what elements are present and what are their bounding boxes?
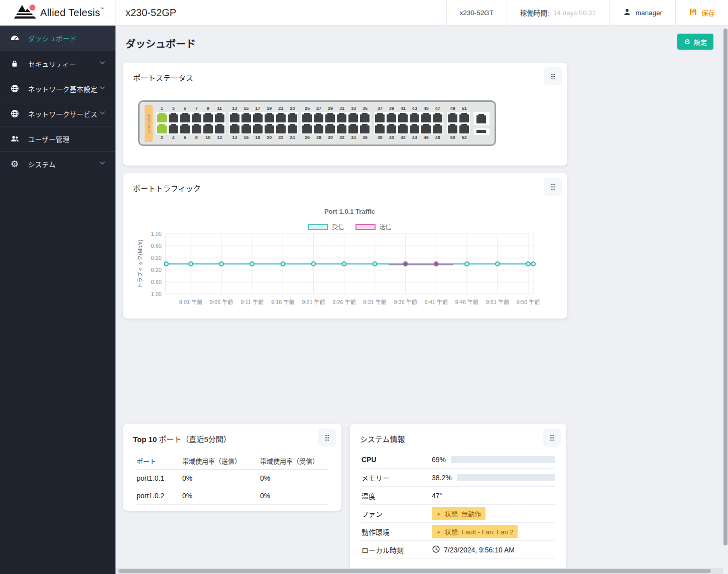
drag-handle-icon[interactable]: [318, 428, 336, 447]
port-35-status: [360, 114, 370, 122]
horizontal-scrollbar[interactable]: [115, 568, 723, 574]
system-metric-value: 47°: [432, 492, 555, 500]
users-icon: [8, 134, 21, 144]
drag-handle-icon[interactable]: [544, 67, 562, 85]
chevron-down-icon: [98, 109, 106, 119]
port-number: 28: [314, 135, 323, 140]
port-number: 1: [157, 106, 167, 111]
system-metric-value: 7/23/2024, 9:56:10 AM: [432, 545, 555, 555]
port-4-status: [169, 125, 178, 133]
port-group: 49515052: [447, 106, 470, 140]
uplink-port: [473, 112, 490, 125]
sidebar-item-gear[interactable]: ⚙システム: [0, 151, 115, 176]
port-number: 38: [375, 135, 385, 140]
port-2-status: [157, 125, 167, 133]
port-number: 3: [169, 106, 178, 111]
svg-text:9:11 午前: 9:11 午前: [240, 299, 264, 305]
system-metric-value: ▲状態: 無動作: [432, 507, 555, 520]
uplink-module: [473, 112, 490, 135]
svg-text:9:26 午前: 9:26 午前: [332, 299, 355, 305]
device-title: x230-52GP: [115, 0, 446, 25]
user-menu[interactable]: manager: [609, 0, 675, 25]
main-content: ダッシュボード ⚙ 設定 ポートステータス x230-52GP 13579112…: [115, 26, 728, 574]
port-number: 45: [421, 106, 431, 111]
port-traffic-card: ポートトラフィック Port 1.0.1 Traffic 受信送信 1.000.…: [123, 173, 567, 319]
port-13-status: [230, 114, 239, 122]
svg-text:0.60: 0.60: [151, 279, 162, 285]
port-21-status: [276, 114, 286, 122]
port-number: 40: [387, 135, 396, 140]
drag-handle-icon[interactable]: [543, 428, 561, 447]
system-info-card: システム情報 CPU69%メモリー38.2%温度47°ファン▲状態: 無動作動作…: [350, 424, 566, 574]
port-number: 42: [398, 135, 408, 140]
port-number: 25: [302, 106, 312, 111]
port-44-status: [410, 125, 419, 133]
port-11-status: [215, 114, 224, 122]
port-number: 51: [459, 106, 469, 111]
settings-button[interactable]: ⚙ 設定: [677, 34, 713, 50]
local-time: 7/23/2024, 9:56:10 AM: [444, 546, 515, 554]
sidebar-item-users[interactable]: ユーザー管理: [0, 126, 115, 151]
sidebar-item-label: ユーザー管理: [28, 134, 106, 144]
gauge-icon: [8, 34, 21, 43]
port-20-status: [265, 125, 274, 133]
port-51-status: [459, 114, 469, 122]
sidebar-item-globe[interactable]: ネットワークサービス: [0, 101, 115, 126]
svg-text:9:01 午前: 9:01 午前: [179, 299, 202, 305]
system-info-title: システム情報: [360, 434, 405, 444]
port-37-status: [375, 114, 385, 122]
port-16-status: [241, 125, 251, 133]
gear-icon: ⚙: [8, 160, 21, 169]
port-number: 12: [215, 135, 224, 140]
port-name: port1.0.1: [137, 474, 182, 482]
save-button[interactable]: 保存: [675, 0, 728, 25]
port-26-status: [302, 125, 312, 133]
vertical-scrollbar[interactable]: [723, 26, 728, 574]
port-number: 17: [253, 106, 263, 111]
column-header: ポート: [137, 456, 182, 466]
port-48-status: [433, 125, 442, 133]
system-metric-label: ファン: [361, 509, 432, 519]
port-group: 373941434547384042444648: [374, 106, 443, 140]
port-7-status: [192, 114, 201, 122]
port-27-status: [314, 114, 323, 122]
system-metric-label: 動作環境: [361, 527, 432, 537]
sidebar-item-globe[interactable]: ネットワーク基本設定: [0, 76, 115, 101]
system-info-row: ローカル時刻7/23/2024, 9:56:10 AM: [361, 541, 555, 559]
sidebar-item-gauge[interactable]: ダッシュボード: [0, 26, 115, 51]
vertical-scrollbar-thumb[interactable]: [723, 29, 727, 545]
save-label: 保存: [701, 8, 715, 18]
port-number: 16: [241, 135, 251, 140]
port-29-status: [325, 114, 335, 122]
port-group: 135791124681012: [156, 106, 225, 140]
port-5-status: [180, 114, 190, 122]
port-19-status: [265, 114, 274, 122]
port-39-status: [387, 114, 396, 122]
port-number: 15: [241, 106, 251, 111]
drag-handle-icon[interactable]: [544, 178, 562, 196]
horizontal-scrollbar-thumb[interactable]: [118, 569, 711, 573]
app-header: Allied Telesis™ x230-52GP x230-52GT 稼働時間…: [0, 0, 728, 26]
clock-icon: [432, 545, 440, 555]
system-info-row: 動作環境▲状態: Fault - Fan: Fan 2: [361, 523, 555, 541]
svg-text:1.00: 1.00: [151, 291, 162, 297]
port-number: 49: [448, 106, 457, 111]
port-number: 4: [169, 135, 178, 140]
svg-text:9:56 午前: 9:56 午前: [517, 299, 540, 305]
port-number: 29: [325, 106, 335, 111]
port-number: 26: [302, 135, 312, 140]
sidebar-item-lock[interactable]: セキュリティー: [0, 51, 115, 76]
table-row: port1.0.20%0%: [137, 487, 329, 505]
port-number: 50: [448, 135, 457, 140]
gear-icon: ⚙: [684, 38, 690, 45]
port-number: 44: [410, 135, 419, 140]
port-number: 8: [192, 135, 201, 140]
uplink-slot-bar: [476, 130, 486, 133]
svg-text:0.60: 0.60: [151, 243, 162, 249]
svg-text:トラフィック(Mb/s): トラフィック(Mb/s): [137, 240, 143, 289]
status-badge: ▲状態: 無動作: [432, 507, 486, 520]
status-badge: ▲状態: Fault - Fan: Fan 2: [432, 525, 518, 538]
save-icon: [689, 8, 697, 18]
bandwidth-value: 0%: [182, 492, 260, 500]
port-14-status: [230, 125, 239, 133]
